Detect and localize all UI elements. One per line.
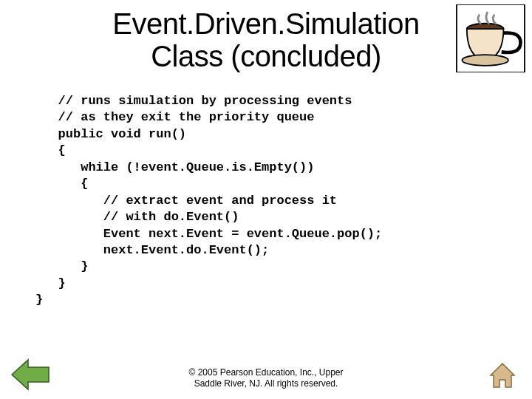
home-icon[interactable] — [488, 362, 517, 393]
svg-marker-4 — [491, 364, 514, 387]
footer-line1: © 2005 Pearson Education, Inc., Upper — [0, 367, 532, 378]
title-line1: Event.Driven.Simulation — [0, 7, 532, 40]
coffee-cup-icon — [455, 4, 526, 72]
code-block: // runs simulation by processing events … — [35, 93, 532, 309]
footer-line2: Saddle River, NJ. All rights reserved. — [0, 378, 532, 389]
svg-point-2 — [462, 55, 508, 66]
back-arrow-icon[interactable] — [10, 358, 51, 395]
copyright-footer: © 2005 Pearson Education, Inc., Upper Sa… — [0, 367, 532, 389]
svg-marker-3 — [12, 360, 49, 389]
slide-title: Event.Driven.Simulation Class (concluded… — [0, 7, 532, 72]
title-line2: Class (concluded) — [0, 40, 532, 72]
